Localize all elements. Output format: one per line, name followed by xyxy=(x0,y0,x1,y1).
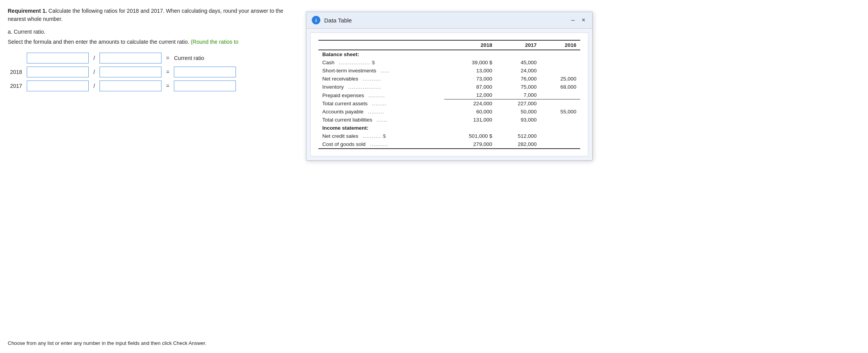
sti-2018: 13,000 xyxy=(444,67,496,75)
cogs-label: Cost of goods sold .......... xyxy=(318,140,444,149)
instruction-text: Select the formula and then enter the am… xyxy=(8,39,287,45)
col-header-2017: 2017 xyxy=(496,40,541,50)
sti-2016 xyxy=(541,67,580,75)
formula-header-row: / = Current ratio xyxy=(8,51,238,65)
bottom-instruction: Choose from any list or enter any number… xyxy=(0,340,868,346)
inv-2016: 68,000 xyxy=(541,83,580,91)
section-label: a. Current ratio. xyxy=(8,29,287,35)
modal-header: i Data Table – × xyxy=(306,12,592,29)
inv-label: Inventory .................. xyxy=(318,83,444,91)
data-table-modal: i Data Table – × 2018 2017 2016 Balance … xyxy=(306,12,593,161)
sti-label: Short-term investments ..... xyxy=(318,67,444,75)
row-cost-of-goods-sold: Cost of goods sold .......... 279,000 28… xyxy=(318,140,580,149)
ap-2016: 55,000 xyxy=(541,108,580,116)
close-button[interactable]: × xyxy=(580,17,587,23)
input-2017-result[interactable] xyxy=(174,81,236,91)
equals-header: = xyxy=(164,51,172,65)
tcl-label: Total current liabilities ...... xyxy=(318,116,444,124)
tca-2018: 224,000 xyxy=(444,99,496,108)
cash-label: Cash ................. $ xyxy=(318,58,444,67)
modal-title: Data Table xyxy=(324,17,570,24)
equals-2018: = xyxy=(164,65,172,79)
header-input-numerator[interactable] xyxy=(27,53,89,63)
current-ratio-label: Current ratio xyxy=(172,51,238,65)
row-net-credit-sales: Net credit sales .......... $ 501,000 $ … xyxy=(318,132,580,140)
tca-2016 xyxy=(541,99,580,108)
requirement-bold: Requirement 1. xyxy=(8,8,47,14)
row-prepaid-expenses: Prepaid expenses ......... 12,000 7,000 xyxy=(318,91,580,99)
info-icon: i xyxy=(312,16,320,24)
col-header-label xyxy=(318,40,444,50)
ncs-2017: 512,000 xyxy=(496,132,541,140)
formula-2017-row: 2017 / = xyxy=(8,79,238,93)
tcl-2016 xyxy=(541,116,580,124)
cogs-2018: 279,000 xyxy=(444,140,496,149)
modal-body: 2018 2017 2016 Balance sheet: Cash .....… xyxy=(310,33,588,156)
cash-2016 xyxy=(541,58,580,67)
input-2018-denominator[interactable] xyxy=(100,67,162,77)
modal-controls: – × xyxy=(570,17,587,23)
pe-2016 xyxy=(541,91,580,99)
nr-label: Net receivables .......... xyxy=(318,75,444,83)
row-cash: Cash ................. $ 39,000 $ 45,000 xyxy=(318,58,580,67)
nr-2016: 25,000 xyxy=(541,75,580,83)
balance-sheet-label: Balance sheet: xyxy=(318,50,580,58)
slash-2017: / xyxy=(91,79,97,93)
formula-table: / = Current ratio 2018 / = xyxy=(8,51,238,93)
input-2018-result[interactable] xyxy=(174,67,236,77)
inv-2017: 75,000 xyxy=(496,83,541,91)
row-short-term-investments: Short-term investments ..... 13,000 24,0… xyxy=(318,67,580,75)
table-header-row: 2018 2017 2016 xyxy=(318,40,580,50)
pe-2017: 7,000 xyxy=(496,91,541,99)
left-panel: Requirement 1. Calculate the following r… xyxy=(0,0,294,103)
tcl-2018: 131,000 xyxy=(444,116,496,124)
nr-2018: 73,000 xyxy=(444,75,496,83)
row-net-receivables: Net receivables .......... 73,000 76,000… xyxy=(318,75,580,83)
row-inventory: Inventory .................. 87,000 75,0… xyxy=(318,83,580,91)
sti-2017: 24,000 xyxy=(496,67,541,75)
ncs-2016 xyxy=(541,132,580,140)
cogs-2017: 282,000 xyxy=(496,140,541,149)
input-2018-numerator[interactable] xyxy=(27,67,89,77)
col-header-2018: 2018 xyxy=(444,40,496,50)
ncs-label: Net credit sales .......... $ xyxy=(318,132,444,140)
nr-2017: 76,000 xyxy=(496,75,541,83)
inv-2018: 87,000 xyxy=(444,83,496,91)
balance-sheet-header: Balance sheet: xyxy=(318,50,580,58)
header-input-denominator[interactable] xyxy=(100,53,162,63)
year-2018-label: 2018 xyxy=(8,65,24,79)
year-2017-label: 2017 xyxy=(8,79,24,93)
input-2017-denominator[interactable] xyxy=(100,81,162,91)
row-total-current-assets: Total current assets ........ 224,000 22… xyxy=(318,99,580,108)
data-table: 2018 2017 2016 Balance sheet: Cash .....… xyxy=(318,40,580,149)
input-2017-numerator[interactable] xyxy=(27,81,89,91)
cash-2018: 39,000 $ xyxy=(444,58,496,67)
equals-2017: = xyxy=(164,79,172,93)
requirement-text: Requirement 1. Calculate the following r… xyxy=(8,7,287,23)
formula-2018-row: 2018 / = xyxy=(8,65,238,79)
tca-2017: 227,000 xyxy=(496,99,541,108)
income-statement-label: Income statement: xyxy=(318,124,580,132)
cash-2017: 45,000 xyxy=(496,58,541,67)
income-statement-header: Income statement: xyxy=(318,124,580,132)
row-total-current-liabilities: Total current liabilities ...... 131,000… xyxy=(318,116,580,124)
requirement-rest: Calculate the following ratios for 2018 … xyxy=(8,8,283,22)
bottom-instruction-text: Choose from any list or enter any number… xyxy=(8,340,206,346)
ap-2018: 60,000 xyxy=(444,108,496,116)
header-label-empty xyxy=(8,51,24,65)
slash-2018: / xyxy=(91,65,97,79)
tcl-2017: 93,000 xyxy=(496,116,541,124)
ncs-2018: 501,000 $ xyxy=(444,132,496,140)
minimize-button[interactable]: – xyxy=(570,17,576,23)
slash-header: / xyxy=(91,51,97,65)
instruction-green: (Round the ratios to xyxy=(191,39,238,45)
pe-label: Prepaid expenses ......... xyxy=(318,91,444,99)
ap-label: Accounts payable ......... xyxy=(318,108,444,116)
row-accounts-payable: Accounts payable ......... 60,000 50,000… xyxy=(318,108,580,116)
cogs-2016 xyxy=(541,140,580,149)
ap-2017: 50,000 xyxy=(496,108,541,116)
tca-label: Total current assets ........ xyxy=(318,99,444,108)
instruction-main: Select the formula and then enter the am… xyxy=(8,39,189,45)
col-header-2016: 2016 xyxy=(541,40,580,50)
pe-2018: 12,000 xyxy=(444,91,496,99)
